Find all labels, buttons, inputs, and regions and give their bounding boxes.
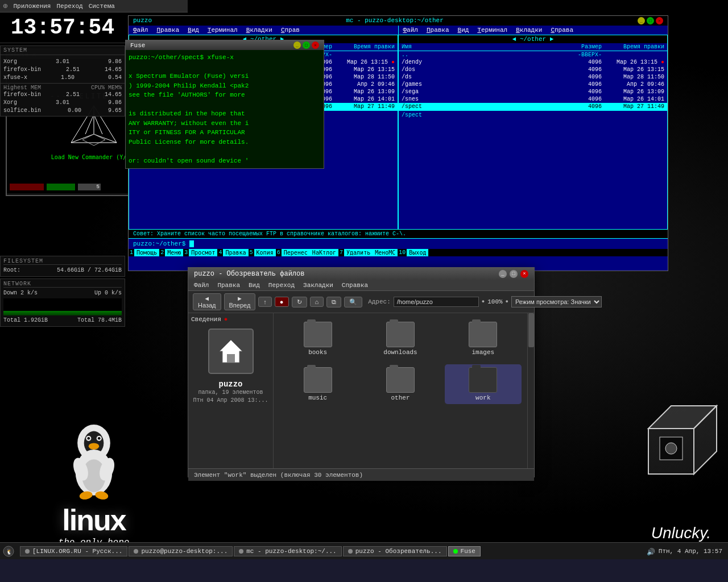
fm-menu-view[interactable]: Вид <box>249 282 260 289</box>
fuse-maximize-btn[interactable]: □ <box>303 41 310 49</box>
fm-menu-file[interactable]: Файл <box>194 282 209 289</box>
mc-menu-tabs-left[interactable]: Вкладки <box>246 27 272 34</box>
fm-close-btn[interactable]: × <box>520 270 528 278</box>
mc-menu-tabs-right[interactable]: Вкладки <box>516 27 542 34</box>
fm-view-mode-select[interactable]: Режим просмотра: Значки <box>511 296 602 307</box>
menu-system[interactable]: Система <box>89 3 115 10</box>
fm-menu-edit[interactable]: Правка <box>217 282 240 289</box>
mc-menu-file-right[interactable]: Файл <box>403 27 418 34</box>
fm-refresh-btn[interactable]: ↻ <box>292 297 307 307</box>
mc-btn-menu[interactable]: Меню <box>165 249 183 256</box>
home-icon-svg <box>217 337 245 365</box>
menu-go[interactable]: Переход <box>56 3 82 10</box>
mc-menu-term-right[interactable]: Терминал <box>477 27 507 34</box>
proc-cpu-2: 0.54 <box>108 74 122 82</box>
proc-mem-2: 1.50 <box>61 74 75 82</box>
fm-menu-help[interactable]: Справка <box>342 282 368 289</box>
fm-file-books[interactable]: books <box>279 319 356 359</box>
mc-menu-term-left[interactable]: Терминал <box>208 27 238 34</box>
proc-row-2: xfuse-x 1.50 0.54 <box>3 74 122 82</box>
mc-right-row-spect[interactable]: /spect 4096 Map 27 11:49 <box>399 103 667 110</box>
fm-menu-go[interactable]: Переход <box>268 282 295 289</box>
mc-btn-edit[interactable]: Правка <box>223 249 248 256</box>
fm-file-other[interactable]: other <box>362 364 439 404</box>
fuse-minimize-btn[interactable]: _ <box>293 41 301 49</box>
mc-btn-help[interactable]: Помощь <box>134 249 159 256</box>
fuse-line-0: puzzo:~/other/spect$ xfuse-x <box>129 53 321 63</box>
fm-file-music[interactable]: music <box>279 364 356 404</box>
mc-btn-exit[interactable]: Выход <box>407 249 428 256</box>
fm-max-btn[interactable]: □ <box>510 270 518 278</box>
fm-sidebar-close[interactable]: ● <box>224 316 228 323</box>
fuse-line-7: ANY WARRANTY; without even the i <box>129 119 321 128</box>
fm-scrollbar[interactable] <box>527 313 534 468</box>
mc-close-btn[interactable]: × <box>656 17 663 24</box>
mc-btn-num-5: 5 <box>249 249 254 256</box>
fuse-line-8: ITY or FITNESS FOR A PARTICULAR <box>129 128 321 138</box>
fm-sidebar: Сведения ● puzzo папка, 19 элементов Птн… <box>188 313 274 468</box>
linux-logo: linux the only hope <box>0 360 188 559</box>
fm-file-images[interactable]: images <box>445 319 522 359</box>
mc-btn-catalog[interactable]: НаКтлог <box>310 249 338 256</box>
mc-right-row-ds[interactable]: /ds 4096 Map 28 11:50 <box>399 73 667 81</box>
fuse-window-controls[interactable]: _ □ × <box>293 41 319 49</box>
mc-btn-num-4: 4 <box>217 249 223 256</box>
mc-menu-view-right[interactable]: Вид <box>458 27 469 34</box>
taskbar-item-filemanager[interactable]: puzzo - Обозреватель... <box>343 546 447 556</box>
fm-address-input[interactable] <box>394 297 479 307</box>
mc-window-controls[interactable]: _ □ × <box>638 17 663 24</box>
proc-cpu-0: 9.86 <box>108 58 122 66</box>
mc-menu-help-left[interactable]: Справ <box>281 27 300 34</box>
mc-right-row-dotdot[interactable]: .. -BBEPX- <box>399 51 667 59</box>
fm-file-work[interactable]: work <box>445 364 522 404</box>
fm-forward-btn[interactable]: ► Вперед <box>224 293 256 310</box>
fm-stop-btn[interactable]: ● <box>275 297 289 307</box>
fuse-line-6: is distributed in the hope that <box>129 109 321 119</box>
mc-menu-edit-left[interactable]: Правка <box>156 27 179 34</box>
fm-file-downloads[interactable]: downloads <box>362 319 439 359</box>
taskbar-dot-0 <box>25 549 30 554</box>
mc-cmdline[interactable]: puzzo:~/other$ <box>129 238 668 249</box>
mc-menu-view-left[interactable]: Вид <box>188 27 199 34</box>
mc-btn-delete[interactable]: Удалить <box>344 249 373 256</box>
mc-right-row-sega[interactable]: /sega 4096 Map 26 13:09 <box>399 88 667 95</box>
mc-right-row-dendy[interactable]: /dendy 4096 Map 26 13:15 ● <box>399 59 667 66</box>
taskbar-item-linux[interactable]: [LINUX.ORG.RU - Русск... <box>20 546 127 556</box>
mc-right-row-dos[interactable]: /dos 4096 Map 26 13:15 <box>399 66 667 73</box>
fuse-window-title: Fuse _ □ × <box>126 40 324 50</box>
root-label: Root: <box>3 267 20 275</box>
fm-new-window-btn[interactable]: ⧉ <box>326 297 341 307</box>
mc-minimize-btn[interactable]: _ <box>638 17 645 24</box>
fm-back-btn[interactable]: ◄ Назад <box>193 293 221 310</box>
mc-btn-move[interactable]: Перенес <box>282 249 310 256</box>
mc-right-row-games[interactable]: /games 4096 Апр 2 09:46 <box>399 81 667 88</box>
fm-menu-bookmarks[interactable]: Закладки <box>303 282 333 289</box>
taskbar-item-terminal[interactable]: puzzo@puzzo-desktop:... <box>129 546 233 556</box>
fm-title-buttons[interactable]: _ □ × <box>499 270 528 278</box>
taskbar-item-fuse[interactable]: Fuse <box>448 546 481 556</box>
mc-right-row-snes[interactable]: /snes 4096 Map 26 14:01 <box>399 95 667 103</box>
mc-menu-edit-right[interactable]: Правка <box>427 27 449 34</box>
process-list: Xorg 3.01 9.86 firefox-bin 2.51 14.65 xf… <box>1 57 125 83</box>
taskbar-sound-icon[interactable]: 🔊 <box>647 547 656 556</box>
fm-search-btn[interactable]: 🔍 <box>344 297 362 307</box>
fm-up-btn[interactable]: ↑ <box>258 297 272 307</box>
menu-applications[interactable]: Приложения <box>13 3 51 10</box>
fm-username: puzzo <box>191 380 270 389</box>
stat-bar-2 <box>47 184 75 190</box>
svg-marker-21 <box>82 134 105 146</box>
taskbar-item-mc[interactable]: mc - puzzo-desktop:~/... <box>234 546 341 556</box>
mc-btn-view[interactable]: Просмот <box>189 249 217 256</box>
taskbar-label-0: [LINUX.ORG.RU - Русск... <box>32 548 122 555</box>
fm-min-btn[interactable]: _ <box>499 270 507 278</box>
mc-btn-copy[interactable]: Копия <box>254 249 276 256</box>
fuse-close-btn[interactable]: × <box>312 41 319 49</box>
mc-menu-help-right[interactable]: Справа <box>551 27 573 34</box>
taskbar: 🐧 [LINUX.ORG.RU - Русск... puzzo@puzzo-d… <box>0 542 728 559</box>
mc-maximize-btn[interactable]: □ <box>647 17 654 24</box>
fm-main-area: Сведения ● puzzo папка, 19 элементов Птн… <box>188 313 534 468</box>
fm-home-btn[interactable]: ⌂ <box>310 297 324 307</box>
mc-btn-menums[interactable]: МеноМС <box>373 249 398 256</box>
mc-menu-file-left[interactable]: Файл <box>133 27 148 34</box>
fuse-terminal-content[interactable]: puzzo:~/other/spect$ xfuse-x x Spectrum … <box>126 50 324 168</box>
